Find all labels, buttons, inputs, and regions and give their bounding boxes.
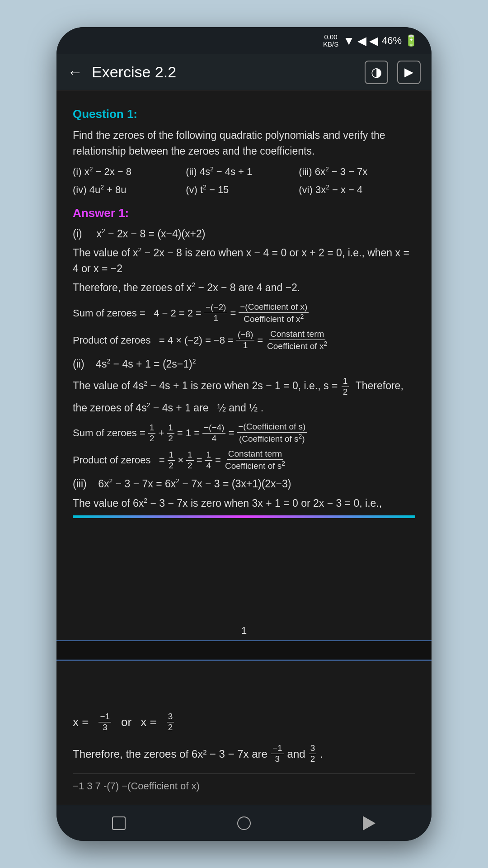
poly-i: (i) x2 − 2x − 8 [73,164,186,179]
product-frac-1-num: (−8) [236,330,254,340]
status-bar: 0.00 KB/S ▼ ◀ ◀ 46% 🔋 [56,27,432,54]
toolbar-icons: ◑ ▶ [365,61,421,84]
back-button[interactable]: ← [67,63,83,81]
prod-ii-eq: = [197,453,202,468]
sum-frac-2-num: −(Coefficient of x) [239,302,309,313]
product-frac-2-num: Constant term [269,329,325,340]
play-icon: ▶ [404,65,413,79]
answer-ii-value: The value of 4s2 − 4s + 1 is zero when 2… [73,376,415,397]
x-frac1: −1 3 [99,712,111,733]
prod-ii-frac2: 1 2 [186,450,194,471]
sum-zeroes-ii-label: Sum of zeroes = [73,425,145,441]
answer-ii-factored: (ii) 4s2 − 4s + 1 = (2s−1)2 [73,356,415,372]
sum-ii-eq2: = [228,425,234,441]
page-number-bar: 1 [56,621,432,641]
product-zeroes-i-text: Product of zeroes = 4 × (−2) = −8 = [73,333,234,348]
sum-zeroes-i: Sum of zeroes = 4 − 2 = 2 = −(−2) 1 = −(… [73,302,415,325]
coefficient-line: −1 3 7 -(7) −(Coefficient of x) [73,774,415,794]
product-frac-1: (−8) 1 [236,330,254,351]
answer-iii-value: The value of 6x2 − 3 − 7x is zero when 3… [73,495,415,511]
poly-iii: (iii) 6x2 − 3 − 7x [299,164,415,179]
poly-vi: (vi) 3x2 − x − 4 [299,182,415,198]
sum-equals: = [230,306,236,321]
play-button[interactable]: ▶ [397,61,421,84]
answer-i-factored: (i) x2 − 2x − 8 = (x−4)(x+2) [73,226,415,242]
polynomials-list: (i) x2 − 2x − 8 (ii) 4s2 − 4s + 1 (iii) … [73,164,415,198]
sum-ii-frac1: 1 2 [148,423,156,444]
nav-recents-button[interactable] [105,810,132,837]
x-frac1-num: −1 [99,712,111,722]
page-separator [73,515,415,518]
therefore-iii-text: Therefore, the zeroes of 6x² − 3 − 7x ar… [73,745,267,762]
battery-percent: 46% [382,35,402,47]
x-eq2-label: x = [141,713,156,731]
x-frac2: 3 2 [167,712,174,733]
sum-ii-frac2: 1 2 [167,423,174,444]
product-ii-label: Product of zeroes = [73,453,165,468]
circle-icon [237,816,251,830]
x-eq1-label: x = [73,713,89,731]
prod-ii-frac4: Constant term Coefficient of s2 [224,449,286,472]
x-or: or [121,713,131,731]
zeroes-frac2-den: 2 [309,754,317,764]
zeroes-frac1-den: 3 [273,754,281,764]
answer-iii-factored: (iii) 6x2 − 3 − 7x = 6x2 − 7x − 3 = (3x+… [73,476,415,492]
toolbar: ← Exercise 2.2 ◑ ▶ [56,54,432,90]
prod-ii-frac1: 1 2 [168,450,175,471]
sum-frac-2-den: Coefficient of x2 [242,313,305,325]
poly-iv: (iv) 4u2 + 8u [73,182,186,198]
document-page-1: Question 1: Find the zeroes of the follo… [56,90,432,621]
product-zeroes-i: Product of zeroes = 4 × (−2) = −8 = (−8)… [73,329,415,352]
signal-icon: ◀ [357,34,366,48]
question-label: Question 1: [73,105,415,123]
product-frac-1-den: 1 [242,340,249,351]
sum-ii-frac3: −(−4) 4 [202,423,225,444]
zeroes-frac1-num: −1 [271,743,284,754]
and-word: and [287,745,305,762]
sum-ii-eq1: = 1 = [177,425,200,441]
sum-frac-1-num: −(−2) [204,302,227,313]
sum-zeroes-ii: Sum of zeroes = 1 2 + 1 2 = 1 = −(−4) 4 … [73,422,415,444]
toolbar-title: Exercise 2.2 [92,63,365,81]
product-frac-2: Constant term Coefficient of x2 [266,329,328,352]
sum-frac-1-den: 1 [212,313,220,324]
zeroes-frac1: −1 3 [271,743,284,764]
x-frac1-den: 3 [101,722,109,733]
nav-back-button[interactable] [356,810,383,837]
dark-divider [56,641,432,661]
x-frac2-num: 3 [167,712,174,722]
sum-frac-1: −(−2) 1 [204,302,227,324]
network-speed: 0.00 KB/S [323,33,338,48]
prod-ii-frac3: 1 4 [205,450,212,471]
contrast-button[interactable]: ◑ [365,61,388,84]
wifi-icon: ▼ [343,34,355,48]
contrast-icon: ◑ [371,65,382,80]
product-frac-2-den: Coefficient of x2 [266,340,328,352]
nav-home-button[interactable] [230,810,258,837]
phone-frame: 0.00 KB/S ▼ ◀ ◀ 46% 🔋 ← Exercise 2.2 ◑ ▶… [56,27,432,841]
answer-label: Answer 1: [73,204,415,222]
status-icons: 0.00 KB/S ▼ ◀ ◀ 46% 🔋 [323,33,418,48]
page-spacer [73,677,415,704]
sum-frac-2: −(Coefficient of x) Coefficient of x2 [239,302,309,325]
sum-zeroes-i-text: Sum of zeroes = 4 − 2 = 2 = [73,306,202,321]
battery-icon: 🔋 [404,34,418,47]
product-equals: = [257,333,263,348]
content-area: Question 1: Find the zeroes of the follo… [56,90,432,805]
product-zeroes-ii: Product of zeroes = 1 2 × 1 2 = 1 4 = Co… [73,449,415,472]
question-text: Find the zeroes of the following quadrat… [73,127,415,159]
page-number: 1 [241,625,247,637]
square-icon [112,816,126,830]
x-solutions: x = −1 3 or x = 3 2 [73,712,415,733]
triangle-icon [363,816,375,830]
zeroes-frac2-num: 3 [309,743,317,754]
poly-ii: (ii) 4s2 − 4s + 1 [186,164,299,179]
therefore-iii: Therefore, the zeroes of 6x² − 3 − 7x ar… [73,743,415,764]
answer-i-zeroes: Therefore, the zeroes of x2 − 2x − 8 are… [73,280,415,296]
poly-v: (v) t2 − 15 [186,182,299,198]
period: . [320,745,323,762]
prod-ii-eq2: = [215,453,221,468]
s-value-frac: 1 2 [342,376,349,397]
document-page-2: x = −1 3 or x = 3 2 Therefore, the zeroe… [56,661,432,805]
sum-ii-plus: + [158,425,164,441]
